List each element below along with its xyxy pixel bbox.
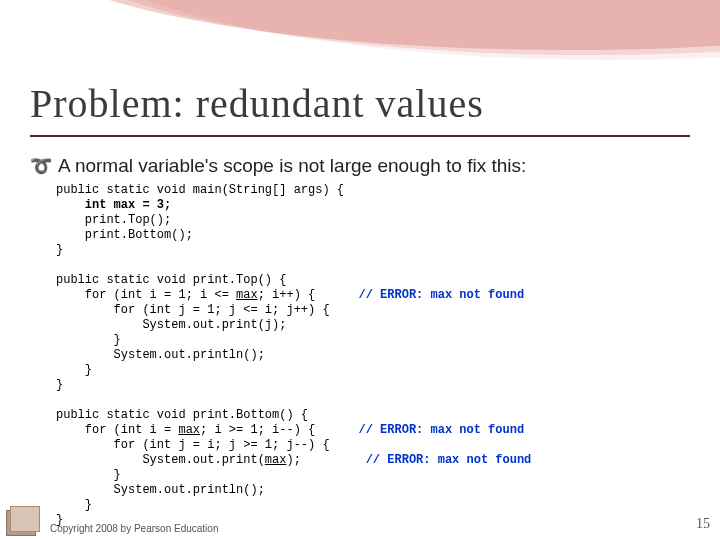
- slide-body: ➰A normal variable's scope is not large …: [30, 155, 690, 528]
- header-decoration: [0, 0, 720, 80]
- copyright-text: Copyright 2008 by Pearson Education: [50, 523, 218, 534]
- slide-title: Problem: redundant values: [30, 80, 484, 127]
- bullet-icon: ➰: [30, 156, 52, 176]
- code-block: public static void main(String[] args) {…: [56, 183, 690, 528]
- page-number: 15: [696, 516, 710, 532]
- bullet-text: ➰A normal variable's scope is not large …: [30, 155, 690, 177]
- bullet-label: A normal variable's scope is not large e…: [58, 155, 526, 176]
- book-icon: [6, 506, 44, 536]
- title-underline: [30, 135, 690, 137]
- slide: Problem: redundant values ➰A normal vari…: [0, 0, 720, 540]
